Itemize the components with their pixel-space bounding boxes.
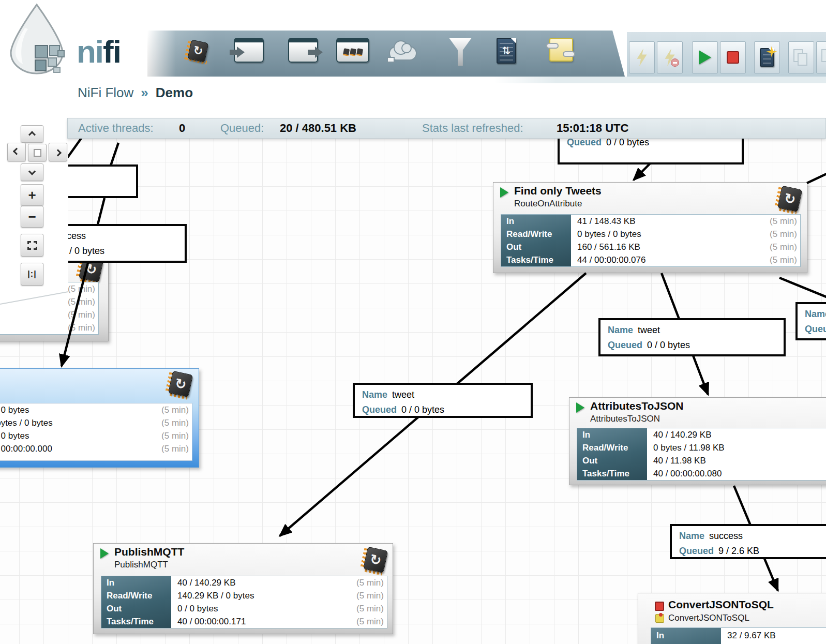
paste-icon xyxy=(821,49,826,66)
processor-name: PublishMQTT xyxy=(114,546,184,558)
processor-find-only-tweets[interactable]: Find only Tweets RouteOnAttribute ↻ In41… xyxy=(493,182,807,273)
funnel-icon[interactable] xyxy=(449,38,472,66)
new-input-port-icon[interactable] xyxy=(234,38,264,63)
new-processor-icon[interactable]: ↻ xyxy=(185,39,208,63)
play-icon xyxy=(699,50,711,65)
breadcrumb-separator-icon: » xyxy=(133,85,155,100)
refreshed-value: 15:01:18 UTC xyxy=(557,118,628,138)
chevron-left-icon xyxy=(13,148,20,155)
processor-type: AttributesToJSON xyxy=(590,414,660,424)
lightning-icon xyxy=(636,49,648,66)
new-label-icon[interactable] xyxy=(549,38,573,62)
start-button[interactable] xyxy=(692,41,718,73)
connection-label-tweet-center[interactable]: Nametweet Queued0 / 0 bytes xyxy=(353,383,533,418)
disable-button[interactable] xyxy=(657,41,683,73)
toolbar-shadow xyxy=(494,77,826,83)
stop-icon xyxy=(727,51,739,64)
zoom-fit-button[interactable] xyxy=(21,234,43,257)
component-toolbar: ↻ ⇅ xyxy=(147,31,625,77)
processor-chip-icon: ↻ xyxy=(361,546,388,574)
active-threads-value: 0 xyxy=(179,118,185,138)
pan-center-button[interactable] xyxy=(28,144,47,161)
breadcrumb-current[interactable]: Demo xyxy=(156,85,193,100)
create-template-button[interactable] xyxy=(754,41,780,73)
processor-partial-selected[interactable]: ↻ 0 / 0 bytes(5 min) 0 bytes / 0 bytes(5… xyxy=(0,368,199,468)
processor-header: ↻ xyxy=(0,369,199,400)
processor-stats: In32 / 9.67 KB(5 min) xyxy=(651,627,826,644)
connection-label-empty[interactable] xyxy=(65,164,138,198)
pan-right-button[interactable] xyxy=(49,143,67,161)
processor-header: AttributesToJSON AttributesToJSON xyxy=(569,398,826,429)
fit-icon xyxy=(27,241,37,250)
refreshed-label: Stats last refreshed: xyxy=(422,118,523,138)
running-icon xyxy=(576,402,584,413)
processor-convert-json-to-sql[interactable]: ConvertJSONToSQL ConvertJSONToSQL In32 /… xyxy=(638,593,826,644)
processor-header: ConvertJSONToSQL ConvertJSONToSQL xyxy=(638,593,826,627)
stop-button[interactable] xyxy=(720,41,746,73)
pan-left-button[interactable] xyxy=(7,143,26,161)
pan-up-button[interactable] xyxy=(21,125,43,143)
processor-chip-icon: ↻ xyxy=(775,185,803,213)
chevron-down-icon xyxy=(28,168,36,175)
chevron-up-icon xyxy=(28,131,36,138)
copy-icon xyxy=(793,49,809,66)
new-template-icon[interactable]: ⇅ xyxy=(497,38,516,64)
breadcrumb: NiFi Flow»Demo xyxy=(78,85,193,101)
stopped-icon xyxy=(655,602,664,611)
nifi-app: ↻ (5 min) (5 min) (5 min) (5 min) ↻ 0 / … xyxy=(0,0,826,644)
chevron-right-icon xyxy=(54,149,62,156)
center-square-icon xyxy=(34,149,41,157)
paste-button[interactable] xyxy=(816,41,826,73)
bulletin-icon xyxy=(655,614,664,623)
new-process-group-icon[interactable] xyxy=(336,38,369,63)
processor-type: PublishMQTT xyxy=(114,560,168,570)
processor-publish-mqtt[interactable]: PublishMQTT PublishMQTT ↻ In40 / 140.29 … xyxy=(93,543,393,634)
new-output-port-icon[interactable] xyxy=(288,38,318,63)
processor-stats: In40 / 140.29 KB(5 min) Read/Write0 byte… xyxy=(577,428,826,481)
processor-type: ConvertJSONToSQL xyxy=(668,613,749,623)
copy-button[interactable] xyxy=(788,41,814,73)
processor-type: RouteOnAttribute xyxy=(514,199,582,209)
breadcrumb-root[interactable]: NiFi Flow xyxy=(78,85,133,100)
stats-bar: Active threads: 0 Queued: 20 / 480.51 KB… xyxy=(67,118,826,139)
queued-label: Queued: xyxy=(220,118,264,138)
processor-header: PublishMQTT PublishMQTT ↻ xyxy=(94,544,393,575)
running-icon xyxy=(500,187,508,198)
zoom-actual-size-button[interactable]: |:| xyxy=(21,263,43,286)
pan-down-button[interactable] xyxy=(21,163,43,181)
processor-chip-icon: ↻ xyxy=(166,370,193,398)
enable-button[interactable] xyxy=(629,41,655,73)
zoom-out-button[interactable]: − xyxy=(21,206,43,228)
processor-stats: 0 / 0 bytes(5 min) 0 bytes / 0 bytes(5 m… xyxy=(0,403,192,461)
connection-label-tweet-right[interactable]: Nametweet Queued0 / 0 bytes xyxy=(598,318,786,356)
active-threads-label: Active threads: xyxy=(78,118,154,138)
processor-stats: In40 / 140.29 KB(5 min) Read/Write140.29… xyxy=(101,576,387,628)
no-badge-icon xyxy=(671,58,679,67)
new-remote-process-group-icon[interactable] xyxy=(389,38,417,61)
zoom-in-button[interactable]: + xyxy=(21,184,43,206)
processor-header: Find only Tweets RouteOnAttribute ↻ xyxy=(493,183,807,214)
running-icon xyxy=(100,548,109,559)
processor-attributes-to-json[interactable]: AttributesToJSON AttributesToJSON In40 /… xyxy=(569,397,826,485)
processor-stats: In41 / 148.43 KB(5 min) Read/Write0 byte… xyxy=(501,214,801,267)
connection-label-edge-partial[interactable]: Name Queued xyxy=(795,302,826,340)
nifi-wordmark: nifi xyxy=(77,33,121,70)
connection-label-success-right[interactable]: Namesuccess Queued9 / 2.6 KB xyxy=(670,524,826,559)
processor-name: ConvertJSONToSQL xyxy=(668,598,774,611)
processor-name: AttributesToJSON xyxy=(590,400,683,412)
processor-name: Find only Tweets xyxy=(514,185,602,197)
queued-value: 20 / 480.51 KB xyxy=(280,118,356,138)
nifi-logo xyxy=(4,2,71,76)
